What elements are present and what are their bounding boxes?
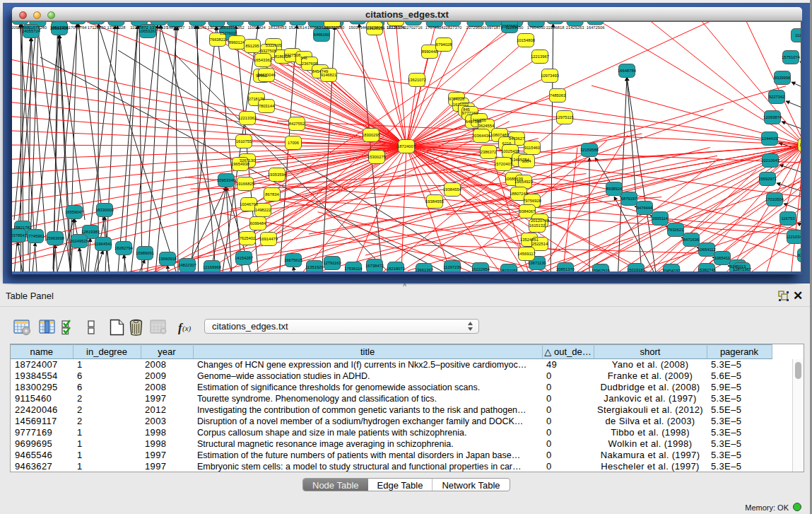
svg-text:9777169: 9777169 [462,111,478,115]
svg-text:9463627: 9463627 [509,136,525,141]
svg-text:23729690: 23729690 [466,25,485,30]
svg-text:10378543: 10378543 [12,233,27,238]
svg-text:11351929: 11351929 [305,265,323,269]
svg-text:22702716: 22702716 [404,25,423,30]
svg-text:1362615: 1362615 [367,26,383,30]
svg-text:2718176: 2718176 [249,97,265,101]
svg-text:15967519: 15967519 [592,269,610,271]
svg-text:22266818: 22266818 [546,25,565,30]
svg-text:16738472: 16738472 [365,264,384,268]
svg-text:11053424: 11053424 [247,25,266,30]
svg-text:9115460: 9115460 [524,146,540,150]
svg-text:16543362: 16543362 [254,58,272,62]
svg-text:2935114: 2935114 [652,216,669,221]
svg-text:3822037: 3822037 [324,25,341,30]
svg-text:22827370: 22827370 [443,25,461,30]
svg-text:7663822: 7663822 [210,37,226,42]
svg-text:16222954: 16222954 [471,267,490,271]
svg-text:1621022: 1621022 [453,103,469,107]
svg-text:15963698: 15963698 [46,236,64,240]
svg-text:17006: 17006 [288,141,299,145]
svg-text:1527602: 1527602 [220,31,236,35]
svg-text:20120748: 20120748 [531,218,549,223]
svg-text:6879197: 6879197 [621,197,637,201]
svg-text:7632621: 7632621 [668,228,684,232]
svg-text:9794028: 9794028 [449,97,465,101]
svg-text:2386372: 2386372 [481,150,497,154]
svg-text:1244415: 1244415 [762,136,778,141]
svg-text:19384555: 19384555 [425,199,444,204]
svg-text:10989091: 10989091 [136,251,154,255]
svg-text:18807249: 18807249 [510,192,528,196]
svg-text:1498222: 1498222 [255,208,271,212]
svg-text:10210643: 10210643 [761,158,779,163]
svg-text:6216: 6216 [502,141,512,146]
svg-text:15382745: 15382745 [698,268,716,271]
svg-text:12169968: 12169968 [203,265,221,269]
svg-text:9329996: 9329996 [775,76,791,80]
svg-text:12975115: 12975115 [555,115,573,119]
svg-text:19166825: 19166825 [236,182,254,186]
svg-text:2522514: 2522514 [532,242,548,246]
svg-text:10654112: 10654112 [698,247,715,252]
svg-text:15720407: 15720407 [494,162,512,166]
svg-text:8427552: 8427552 [289,122,305,126]
svg-text:20691406: 20691406 [50,26,69,30]
svg-text:15300275: 15300275 [367,155,386,159]
svg-text:16559047: 16559047 [65,210,83,214]
svg-text:7485063: 7485063 [550,93,566,98]
svg-text:9227342: 9227342 [769,95,785,99]
svg-text:891295: 891295 [245,44,259,48]
svg-text:79756928: 79756928 [523,199,541,203]
svg-text:10025438: 10025438 [501,149,519,153]
svg-text:12871367: 12871367 [733,267,751,271]
svg-text:746266: 746266 [472,118,486,122]
svg-text:8471636: 8471636 [683,238,700,242]
svg-text:6099484: 6099484 [250,221,266,226]
svg-text:14154287: 14154287 [235,256,253,260]
svg-text:17122250: 17122250 [88,25,106,30]
svg-text:17010504: 17010504 [765,197,784,201]
svg-text:18328453: 18328453 [269,25,287,30]
svg-text:16472506: 16472506 [587,25,605,30]
svg-text:24420046: 24420046 [257,73,276,77]
svg-text:9327508: 9327508 [285,53,301,57]
svg-text:17074924: 17074924 [425,25,445,30]
svg-text:11964541: 11964541 [94,242,112,246]
svg-text:1117: 1117 [795,33,801,37]
svg-text:19654923: 19654923 [514,180,533,184]
svg-text:20454192: 20454192 [662,269,681,271]
svg-text:12791163: 12791163 [323,261,341,265]
svg-text:19578342: 19578342 [189,25,207,30]
svg-text:15821782: 15821782 [13,226,32,230]
svg-text:546: 546 [300,56,307,60]
svg-text:10653267: 10653267 [139,29,157,33]
svg-text:16914479: 16914479 [259,237,278,241]
svg-text:7625402: 7625402 [240,236,256,240]
svg-text:14822307: 14822307 [178,263,196,267]
svg-text:9384067: 9384067 [519,209,536,214]
svg-text:12213362: 12213362 [238,116,257,120]
svg-text:13621072: 13621072 [408,78,426,82]
svg-text:18218072: 18218072 [387,267,405,271]
svg-text:10046798: 10046798 [240,202,258,206]
svg-text:18300295: 18300295 [362,133,380,137]
svg-text:13032085: 13032085 [208,25,226,30]
svg-text:13660918: 13660918 [158,257,177,261]
svg-text:13151952: 13151952 [226,25,245,30]
svg-text:16066345: 16066345 [307,25,326,30]
svg-text:15019181: 15019181 [627,268,645,271]
svg-text:15270514: 15270514 [289,25,308,30]
svg-text:20953346: 20953346 [217,178,235,182]
svg-text:12093874: 12093874 [763,115,782,119]
svg-text:18231152: 18231152 [500,269,517,271]
svg-text:17015764: 17015764 [69,25,88,30]
svg-text:1615132: 1615132 [529,223,546,228]
svg-text:15037344: 15037344 [348,25,367,30]
svg-text:14858837: 14858837 [167,25,185,30]
svg-text:18282794: 18282794 [114,246,134,250]
svg-text:19384554: 19384554 [443,187,462,192]
svg-text:12210344: 12210344 [786,235,801,239]
svg-text:14722: 14722 [799,143,801,147]
svg-text:15692971: 15692971 [758,177,777,181]
